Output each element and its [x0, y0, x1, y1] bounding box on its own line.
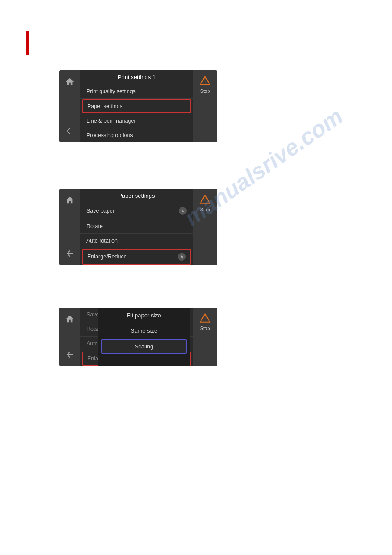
panel1-items: Print quality settings Paper settings Li…	[80, 84, 193, 142]
chevron-up-icon: ∧	[179, 207, 187, 215]
panel3-icons	[59, 308, 80, 366]
panel2-title: Paper settings	[80, 189, 193, 203]
panel3-stop-column: Stop	[193, 308, 217, 366]
home-button-p1[interactable]	[62, 74, 78, 90]
home-button-p3[interactable]	[62, 311, 78, 327]
svg-point-2	[205, 83, 205, 84]
submenu-scaling[interactable]: Scaling	[101, 339, 187, 354]
panel2-stop-column: Stop	[193, 189, 217, 265]
back-button-p3[interactable]	[62, 347, 78, 363]
stop-button-p3[interactable]: Stop	[199, 312, 211, 331]
back-button-p1[interactable]	[62, 123, 78, 139]
chevron-down-icon: ∨	[178, 253, 186, 261]
panel2-item-save-paper[interactable]: Save paper ∧	[80, 203, 193, 219]
stop-button-p1[interactable]: Stop	[199, 75, 211, 94]
panel2-items: Save paper ∧ Rotate Auto rotation Enlarg…	[80, 203, 193, 265]
stop-label-p1: Stop	[200, 88, 210, 94]
svg-point-8	[205, 320, 205, 321]
submenu-overlay: Fit paper size Same size Scaling	[98, 308, 190, 366]
submenu-same-size[interactable]: Same size	[98, 323, 190, 338]
panel2-wrapper: Paper settings Save paper ∧ Rotate Auto …	[59, 189, 217, 265]
panel1-item-processing[interactable]: Processing options	[80, 128, 193, 142]
panel1-item-paper-settings[interactable]: Paper settings	[82, 99, 191, 113]
stop-label-p3: Stop	[200, 326, 210, 331]
panel2-content: Paper settings Save paper ∧ Rotate Auto …	[80, 189, 193, 265]
panel2: Paper settings Save paper ∧ Rotate Auto …	[59, 189, 217, 265]
panel2-icons	[59, 189, 80, 265]
panel1-stop-column: Stop	[193, 70, 217, 142]
panel1-icons	[59, 70, 80, 142]
home-button-p2[interactable]	[62, 192, 78, 208]
panel2-item-auto-rotation[interactable]: Auto rotation	[80, 234, 193, 248]
panel1-item-print-quality[interactable]: Print quality settings	[80, 84, 193, 99]
panel1-wrapper: Print settings 1 Print quality settings …	[59, 70, 217, 142]
panel1: Print settings 1 Print quality settings …	[59, 70, 217, 142]
panel1-item-line-pen[interactable]: Line & pen manager	[80, 114, 193, 128]
bookmark-decoration	[26, 31, 29, 55]
panel3-wrapper: Save... Rotat... Auto... Enlarg...	[59, 308, 217, 366]
panel1-content: Print settings 1 Print quality settings …	[80, 70, 193, 142]
panel1-title: Print settings 1	[80, 70, 193, 84]
submenu-fit-paper[interactable]: Fit paper size	[98, 308, 190, 323]
back-button-p2[interactable]	[62, 246, 78, 261]
stop-label-p2: Stop	[200, 207, 210, 212]
panel2-item-rotate[interactable]: Rotate	[80, 219, 193, 234]
stop-button-p2[interactable]: Stop	[199, 193, 211, 212]
panel2-item-enlarge-reduce[interactable]: Enlarge/Reduce ∨	[82, 249, 191, 265]
panel3: Save... Rotat... Auto... Enlarg...	[59, 308, 217, 366]
svg-point-5	[205, 202, 205, 203]
